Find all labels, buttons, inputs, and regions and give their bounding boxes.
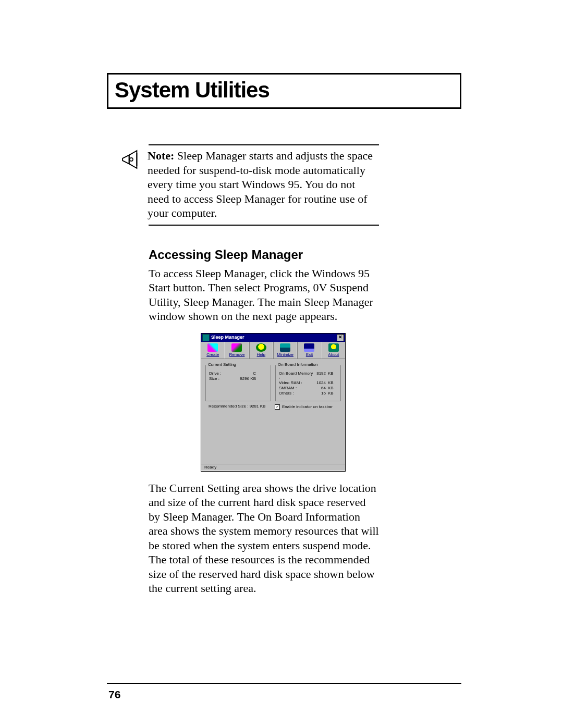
enable-indicator-label: Enable indicator on taskbar <box>282 405 333 409</box>
footer-rule <box>107 683 461 684</box>
onboard-row-unit: KB <box>328 381 337 385</box>
toolbar-exit-button[interactable]: Exit <box>297 342 321 359</box>
onboard-row-value: 64 <box>321 386 326 390</box>
enable-indicator-option[interactable]: ✓ Enable indicator on taskbar <box>275 404 341 410</box>
exit-icon <box>304 343 314 352</box>
onboard-row: Video RAM : 1024 KB <box>279 381 337 385</box>
recommended-row: Recommended Size : 9281 KB ✓ Enable indi… <box>201 401 345 412</box>
enable-indicator-checkbox[interactable]: ✓ <box>275 404 280 410</box>
document-page: System Utilities Note: Sleep Manager sta… <box>0 0 563 728</box>
minimize-icon <box>280 343 290 352</box>
close-icon: ✕ <box>338 335 342 340</box>
toolbar-remove-button[interactable]: Remove <box>225 342 249 359</box>
status-text: Ready <box>204 465 216 470</box>
close-button[interactable]: ✕ <box>337 334 344 341</box>
size-label: Size : <box>209 377 237 381</box>
svg-point-2 <box>130 158 133 161</box>
note-label: Note: <box>148 149 174 162</box>
window-titlebar[interactable]: Sleep Manager ✕ <box>201 334 345 342</box>
current-setting-legend: Current Setting <box>207 363 237 367</box>
help-icon <box>256 343 266 352</box>
onboard-row-value: 1024 <box>316 381 326 385</box>
toolbar-create-label: Create <box>206 352 219 357</box>
note-body: Sleep Manager starts and adjusts the spa… <box>148 149 373 219</box>
toolbar-help-button[interactable]: Help <box>249 342 273 359</box>
megaphone-icon <box>121 145 148 225</box>
onboard-row-value: 8192 <box>316 372 326 380</box>
paragraph-intro: To access Sleep Manager, click the Windo… <box>149 266 379 324</box>
remove-icon <box>231 343 242 352</box>
about-icon <box>328 343 339 352</box>
svg-marker-0 <box>123 155 129 164</box>
onboard-row: Others : 16 KB <box>279 391 337 396</box>
toolbar-create-button[interactable]: Create <box>201 342 225 359</box>
onboard-row-unit: KB <box>328 386 337 390</box>
drive-label: Drive : <box>209 372 250 376</box>
onboard-info-group: On Board Information On Board Memory : 8… <box>275 365 341 401</box>
onboard-row-label: Others : <box>279 391 318 396</box>
note-block: Note: Sleep Manager starts and adjusts t… <box>149 144 379 226</box>
toolbar-remove-label: Remove <box>229 352 245 357</box>
onboard-row-label: SMRAM : <box>279 386 318 390</box>
page-number: 76 <box>108 688 120 701</box>
chapter-title: System Utilities <box>115 78 454 103</box>
section-heading: Accessing Sleep Manager <box>149 248 461 262</box>
onboard-row-unit: KB <box>328 372 337 380</box>
status-bar: Ready <box>201 464 345 471</box>
onboard-info-legend: On Board Information <box>277 363 319 367</box>
window-blank-area <box>201 412 345 464</box>
onboard-row: SMRAM : 64 KB <box>279 386 337 390</box>
size-value: 9296 KB <box>240 377 256 381</box>
onboard-row-label: On Board Memory : <box>279 372 313 380</box>
onboard-row-value: 16 <box>321 391 326 396</box>
toolbar-minimize-label: Minimize <box>277 352 293 357</box>
chapter-title-box: System Utilities <box>107 73 461 109</box>
app-icon <box>202 334 210 341</box>
onboard-row-unit: KB <box>328 391 337 396</box>
window-title: Sleep Manager <box>211 335 337 340</box>
onboard-row-label: Video RAM : <box>279 381 313 385</box>
toolbar-help-label: Help <box>257 352 265 357</box>
window-body: Current Setting Drive : C Size : 9296 KB… <box>201 359 345 401</box>
current-setting-group: Current Setting Drive : C Size : 9296 KB <box>205 365 271 401</box>
paragraph-explain: The Current Setting area shows the drive… <box>149 481 379 596</box>
recommended-size-value: 9281 KB <box>250 404 266 409</box>
recommended-size-label: Recommended Size : <box>209 404 248 409</box>
onboard-row: On Board Memory : 8192 KB <box>279 372 337 380</box>
toolbar: Create Remove Help Minimize Exit About <box>201 342 345 359</box>
toolbar-exit-label: Exit <box>306 352 313 357</box>
create-icon <box>207 343 218 352</box>
sleep-manager-window: Sleep Manager ✕ Create Remove Help Minim… <box>201 333 346 472</box>
toolbar-about-button[interactable]: About <box>322 342 345 359</box>
note-text: Note: Sleep Manager starts and adjusts t… <box>148 145 379 225</box>
toolbar-minimize-button[interactable]: Minimize <box>273 342 297 359</box>
toolbar-about-label: About <box>328 352 339 357</box>
drive-value: C <box>253 372 256 376</box>
